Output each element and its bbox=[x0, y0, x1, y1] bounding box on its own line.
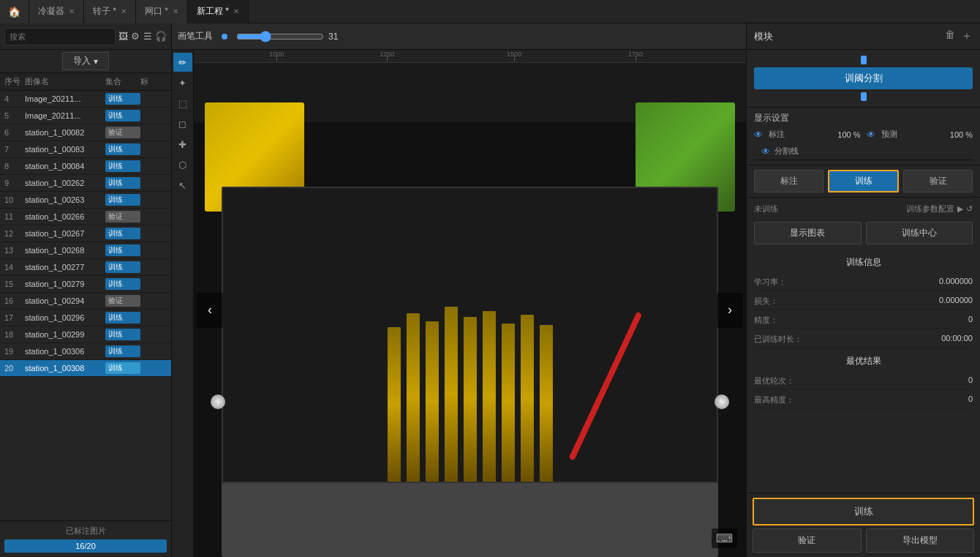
train-action-button[interactable]: 训练 bbox=[753, 498, 974, 526]
export-model-button[interactable]: 导出模型 bbox=[866, 528, 975, 553]
right-header-icons: 🗑 ＋ bbox=[945, 29, 973, 44]
tab-verify-btn[interactable]: 验证 bbox=[903, 170, 973, 192]
headset-icon[interactable]: 🎧 bbox=[155, 29, 167, 45]
table-row[interactable]: 6 station_1_00082 验证 bbox=[0, 124, 171, 141]
right-panel-header: 模块 🗑 ＋ bbox=[747, 23, 980, 50]
label-display-value: 100 % bbox=[837, 130, 860, 139]
table-row[interactable]: 5 Image_20211... 训练 bbox=[0, 108, 171, 124]
table-row[interactable]: 15 station_1_00279 训练 bbox=[0, 276, 171, 293]
import-button[interactable]: 导入 ▾ bbox=[62, 52, 109, 70]
sidebar-footer: 已标注图片 16/20 bbox=[0, 520, 171, 557]
table-row[interactable]: 11 station_1_00266 验证 bbox=[0, 209, 171, 225]
select-tool[interactable]: ✦ bbox=[173, 73, 192, 92]
loss-row: 损失： 0.000000 bbox=[754, 294, 973, 310]
seg-eye-icon[interactable]: 👁 bbox=[761, 146, 770, 157]
table-row[interactable]: 12 station_1_00267 训练 bbox=[0, 225, 171, 242]
connector-pin bbox=[501, 324, 514, 482]
cursor-tool[interactable]: ↖ bbox=[173, 176, 192, 195]
table-row[interactable]: 19 station_1_00306 训练 bbox=[0, 343, 171, 360]
close-tab-3[interactable]: ✕ bbox=[233, 7, 239, 15]
close-tab-1[interactable]: ✕ bbox=[121, 7, 127, 15]
accuracy-row: 精度： 0 bbox=[754, 313, 973, 329]
import-bar: 导入 ▾ bbox=[0, 50, 171, 73]
close-tab-2[interactable]: ✕ bbox=[173, 7, 178, 15]
right-panel-title: 模块 bbox=[754, 30, 773, 43]
table-row[interactable]: 8 station_1_00084 训练 bbox=[0, 158, 171, 175]
brush-size-slider[interactable] bbox=[236, 31, 324, 42]
training-status-label: 未训练 bbox=[754, 203, 778, 214]
transform-tool[interactable]: ⬚ bbox=[173, 94, 192, 113]
pen-tool[interactable]: ✏ bbox=[173, 53, 192, 72]
right-panel: 模块 🗑 ＋ 训阈分割 显示设置 👁 标注 100 % 👁 预测 100 % bbox=[746, 23, 980, 557]
show-chart-button[interactable]: 显示图表 bbox=[754, 222, 862, 244]
predict-eye-icon[interactable]: 👁 bbox=[867, 130, 875, 140]
threshold-button[interactable]: 训阈分割 bbox=[754, 67, 973, 89]
connector-pin bbox=[444, 307, 457, 482]
list-icon[interactable]: ☰ bbox=[143, 29, 153, 45]
center-area: 画笔工具 31 ✏ ✦ ⬚ ◻ ✚ ⬡ ↖ 1000125015001750 bbox=[172, 23, 746, 557]
verify-action-button[interactable]: 验证 bbox=[753, 528, 862, 553]
mount-hole-left bbox=[211, 395, 225, 409]
connector-pin bbox=[520, 315, 533, 481]
vertical-toolbar: ✏ ✦ ⬚ ◻ ✚ ⬡ ↖ bbox=[172, 50, 194, 557]
table-row[interactable]: 16 station_1_00294 验证 bbox=[0, 293, 171, 310]
canvas-area: 1000125015001750 bbox=[194, 50, 746, 557]
delete-icon[interactable]: 🗑 bbox=[945, 29, 955, 44]
table-row[interactable]: 18 station_1_00299 训练 bbox=[0, 326, 171, 343]
canvas-with-tools: ✏ ✦ ⬚ ◻ ✚ ⬡ ↖ 1000125015001750 bbox=[172, 50, 746, 557]
next-image-button[interactable]: › bbox=[717, 293, 743, 328]
label-eye-icon[interactable]: 👁 bbox=[754, 130, 763, 140]
ruler-tick-label: 1000 bbox=[269, 51, 284, 58]
image-icon[interactable]: 🖼 bbox=[118, 29, 128, 45]
table-row[interactable]: 9 station_1_00262 训练 bbox=[0, 175, 171, 192]
conn-bottom bbox=[222, 483, 719, 557]
canvas-wrapper: ‹ › ⌨ bbox=[194, 63, 746, 557]
training-center-button[interactable]: 训练中心 bbox=[866, 222, 973, 244]
best-epoch-row: 最优轮次： 0 bbox=[754, 373, 973, 389]
connector-body bbox=[222, 187, 719, 483]
tool-label: 画笔工具 bbox=[178, 30, 213, 42]
erase-tool[interactable]: ◻ bbox=[173, 114, 192, 133]
filter-icon[interactable]: ⚙ bbox=[131, 29, 140, 45]
tab-network[interactable]: 网口 * ✕ bbox=[136, 0, 188, 23]
table-row[interactable]: 7 station_1_00083 训练 bbox=[0, 141, 171, 158]
config-button[interactable]: 训练参数配置 ▶ ↺ bbox=[906, 203, 973, 214]
connector-pin bbox=[463, 317, 476, 482]
search-input[interactable] bbox=[4, 28, 116, 45]
ruler-tick-label: 1750 bbox=[628, 51, 643, 58]
tab-rotor[interactable]: 转子 * ✕ bbox=[84, 0, 136, 23]
tab-train-btn[interactable]: 训练 bbox=[828, 170, 899, 192]
tab-label-btn[interactable]: 标注 bbox=[754, 170, 823, 192]
table-row[interactable]: 20 station_1_00308 训练 bbox=[0, 360, 171, 377]
progress-bar: 16/20 bbox=[4, 539, 167, 553]
sidebar-toolbar: 🖼 ⚙ ☰ 🎧 bbox=[0, 23, 171, 50]
right-panel-tabs: 标注 训练 验证 bbox=[747, 165, 980, 198]
table-header: 序号 图像名 集合 标 bbox=[0, 73, 171, 91]
tab-condensator[interactable]: 冷凝器 ✕ bbox=[29, 0, 84, 23]
seg-line: 👁 分割线 bbox=[754, 143, 973, 160]
table-row[interactable]: 17 station_1_00296 训练 bbox=[0, 310, 171, 326]
tab-new-project[interactable]: 新工程 * ✕ bbox=[188, 0, 249, 23]
connector-pin bbox=[406, 313, 419, 482]
close-tab-0[interactable]: ✕ bbox=[69, 7, 75, 15]
mount-hole-right bbox=[715, 395, 729, 409]
add-icon[interactable]: ＋ bbox=[961, 29, 973, 44]
table-row[interactable]: 4 Image_20211... 训练 bbox=[0, 91, 171, 108]
prev-image-button[interactable]: ‹ bbox=[197, 293, 223, 328]
threshold-bar-bottom bbox=[861, 92, 867, 101]
connector-pin bbox=[425, 321, 438, 482]
home-icon[interactable]: 🏠 bbox=[0, 0, 29, 23]
table-row[interactable]: 10 station_1_00263 训练 bbox=[0, 192, 171, 209]
table-row[interactable]: 14 station_1_00277 训练 bbox=[0, 259, 171, 276]
cross-tool[interactable]: ✚ bbox=[173, 135, 192, 154]
verify-export-row: 验证 导出模型 bbox=[753, 528, 974, 553]
connector-pin bbox=[539, 325, 552, 481]
sidebar: 🖼 ⚙ ☰ 🎧 导入 ▾ 序号 图像名 集合 标 4 Image_20211..… bbox=[0, 23, 172, 557]
polygon-tool[interactable]: ⬡ bbox=[173, 155, 192, 174]
best-accuracy-row: 最高精度： 0 bbox=[754, 392, 973, 408]
trained-duration-row: 已训练时长： 00:00:00 bbox=[754, 332, 973, 348]
predict-display-value: 100 % bbox=[950, 130, 973, 139]
keyboard-shortcut-icon[interactable]: ⌨ bbox=[712, 528, 737, 548]
connector-image bbox=[194, 63, 746, 557]
table-row[interactable]: 13 station_1_00268 训练 bbox=[0, 242, 171, 259]
